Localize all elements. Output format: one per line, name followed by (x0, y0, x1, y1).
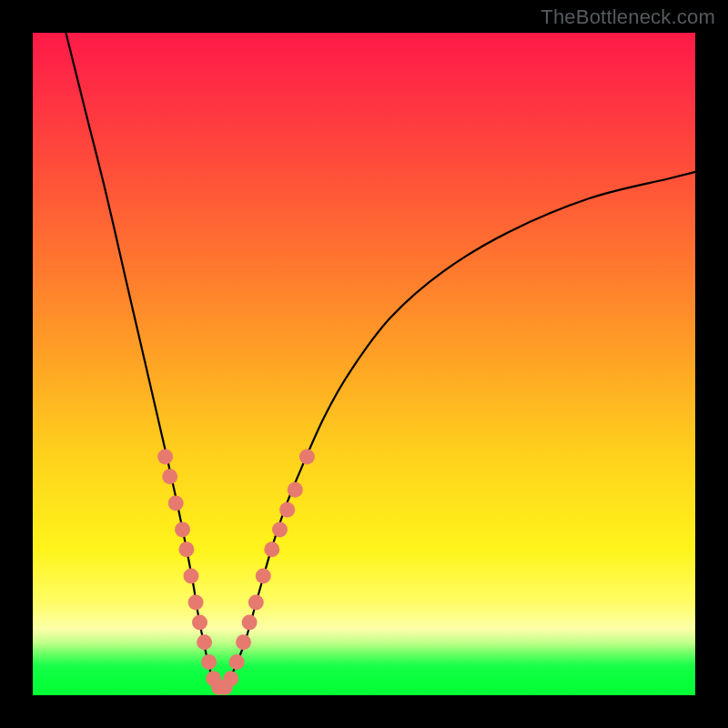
data-marker (184, 569, 199, 584)
data-marker (188, 595, 204, 611)
bottleneck-curve-path (66, 33, 695, 691)
data-marker (197, 634, 212, 650)
data-marker (288, 482, 303, 498)
data-marker (223, 671, 238, 686)
data-marker (178, 541, 194, 557)
watermark-text: TheBottleneck.com (541, 5, 715, 29)
data-marker (299, 449, 315, 464)
data-marker (168, 495, 184, 511)
data-marker (272, 522, 288, 538)
data-marker (157, 449, 173, 464)
data-marker (256, 569, 271, 584)
data-marker (236, 634, 251, 650)
marker-layer (157, 449, 315, 694)
data-marker (229, 654, 245, 670)
data-marker (175, 522, 190, 538)
data-marker (264, 541, 279, 557)
data-marker (242, 614, 258, 630)
outer-frame: TheBottleneck.com (0, 0, 728, 728)
data-marker (201, 654, 217, 670)
plot-area (33, 33, 695, 695)
data-marker (279, 502, 295, 518)
data-marker (192, 614, 207, 630)
chart-svg (33, 33, 695, 695)
data-marker (248, 595, 264, 611)
data-marker (162, 469, 177, 484)
